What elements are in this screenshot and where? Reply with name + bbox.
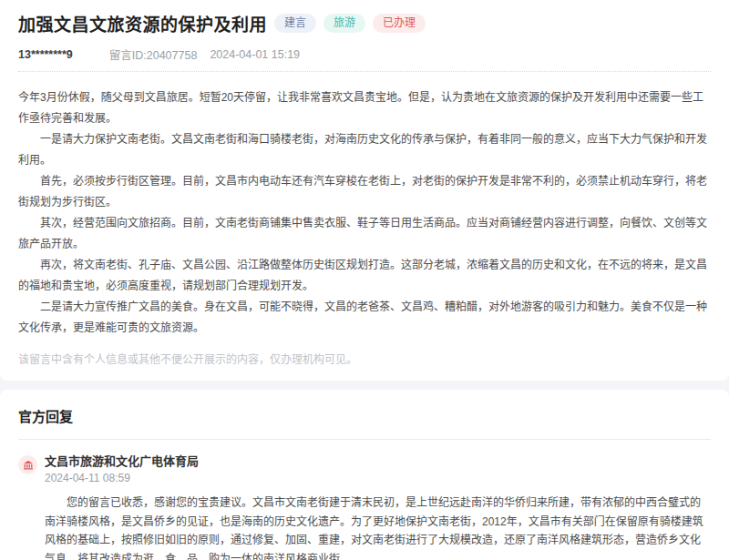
privacy-note: 该留言中含有个人信息或其他不便公开展示的内容，仅办理机构可见。 <box>18 351 711 366</box>
reply-paragraph: 您的留言已收悉，感谢您的宝贵建议。文昌市文南老街建于清末民初，是上世纪远赴南洋的… <box>45 494 711 560</box>
post-paragraph: 一是请大力保护文南老街。文昌文南老街和海口骑楼老街，对海南历史文化的传承与保护，… <box>18 129 711 171</box>
page: { "post": { "title": "加强文昌文旅资源的保护及利用", "… <box>0 0 729 560</box>
reply-header: 文昌市旅游和文化广电体育局 2024-04-11 08:59 <box>18 455 711 484</box>
post-body: 今年3月份休假，随父母到文昌旅居。短暂20天停留，让我非常喜欢文昌贵宝地。但是，… <box>18 87 711 339</box>
post-paragraph: 今年3月份休假，随父母到文昌旅居。短暂20天停留，让我非常喜欢文昌贵宝地。但是，… <box>18 87 711 129</box>
agency-name: 文昌市旅游和文化广电体育局 <box>45 455 199 468</box>
post-paragraph: 再次，将文南老街、孔子庙、文昌公园、沿江路做整体历史街区规划打造。这部分老城，浓… <box>18 255 711 297</box>
post-paragraph: 二是请大力宣传推广文昌的美食。身在文昌，可能不晓得，文昌的老爸茶、文昌鸡、糟粕醋… <box>18 297 711 339</box>
dotted-divider <box>18 71 711 72</box>
official-reply-section-title: 官方回复 <box>18 406 711 425</box>
post-meta-row: 13********9 留言ID:20407758 2024-04-01 15:… <box>18 46 711 63</box>
tag-suggestion[interactable]: 建言 <box>274 14 316 33</box>
post-timestamp: 2024-04-01 15:19 <box>210 48 300 61</box>
post-title-row: 加强文昌文旅资源的保护及利用 建言 旅游 已办理 <box>18 11 711 36</box>
section-divider <box>18 439 711 440</box>
government-building-icon <box>18 455 37 474</box>
message-id: 留言ID:20407758 <box>109 46 198 63</box>
post-paragraph: 其次，经营范围向文旅招商。目前，文南老街商铺集中售卖衣服、鞋子等日用生活商品。应… <box>18 213 711 255</box>
post-card: 加强文昌文旅资源的保护及利用 建言 旅游 已办理 13********9 留言I… <box>0 0 729 381</box>
official-reply-card: 官方回复 文昌市旅游和文化广电体育局 2024-04-11 08:59 您的留言… <box>0 390 729 560</box>
post-paragraph: 首先，必须按步行街区管理。目前，文昌市内电动车还有汽车穿梭在老街上，对老街的保护… <box>18 171 711 213</box>
page-title: 加强文昌文旅资源的保护及利用 <box>18 11 267 36</box>
reply-timestamp: 2024-04-11 08:59 <box>45 472 199 484</box>
reply-body: 您的留言已收悉，感谢您的宝贵建议。文昌市文南老街建于清末民初，是上世纪远赴南洋的… <box>45 494 711 560</box>
tag-tourism[interactable]: 旅游 <box>323 14 365 33</box>
agency-meta: 文昌市旅游和文化广电体育局 2024-04-11 08:59 <box>45 455 199 484</box>
status-badge-handled: 已办理 <box>373 14 426 33</box>
author-name: 13********9 <box>18 48 73 61</box>
